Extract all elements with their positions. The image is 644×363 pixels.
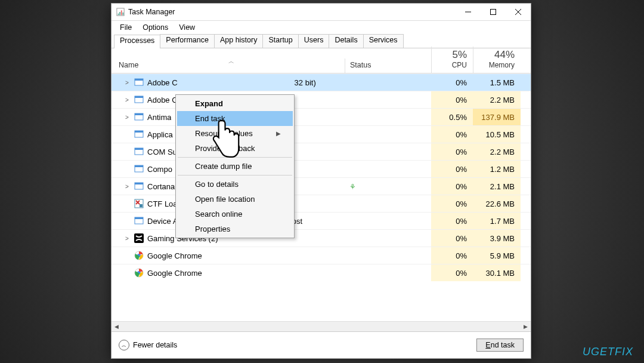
process-row[interactable]: >Cortana⚘0%2.1 MB (112, 177, 531, 195)
process-list[interactable]: >Adobe C32 bit)0%1.5 MB>Adobe C0%2.2 MB>… (112, 73, 531, 321)
expand-icon[interactable]: > (123, 235, 131, 242)
process-row[interactable]: Compo0%1.2 MB (112, 160, 531, 177)
process-cpu: 0% (431, 195, 473, 212)
process-memory: 1.2 MB (473, 161, 521, 177)
process-row[interactable]: >Adobe C32 bit)0%1.5 MB (112, 73, 531, 91)
process-cpu: 0% (431, 126, 473, 143)
process-name: CTF Loa (147, 199, 178, 208)
scroll-right-icon[interactable]: ▶ (521, 322, 531, 332)
process-cpu: 0.5% (431, 109, 473, 125)
process-row[interactable]: Google Chrome0%30.1 MB (112, 264, 531, 281)
process-cpu: 0% (431, 247, 473, 264)
minimize-button[interactable] (456, 4, 481, 20)
horizontal-scrollbar[interactable]: ◀ ▶ (112, 321, 531, 331)
process-row[interactable]: >Gaming Services (2)0%3.9 MB (112, 229, 531, 247)
close-button[interactable] (506, 4, 531, 20)
process-row[interactable]: CTF Loa0%22.6 MB (112, 195, 531, 212)
tab-app-history[interactable]: App history (214, 34, 264, 48)
process-cpu: 0% (431, 143, 473, 160)
expand-icon[interactable]: > (123, 183, 131, 190)
process-row[interactable]: Device Association Framework Provider Ho… (112, 212, 531, 229)
contextmenu-item[interactable]: End task (177, 111, 293, 126)
process-name: Antima (147, 113, 171, 122)
process-row[interactable]: Applica0%10.5 MB (112, 125, 531, 143)
end-task-button[interactable]: End task (476, 339, 524, 352)
process-cpu: 0% (431, 74, 473, 91)
scroll-left-icon[interactable]: ◀ (112, 322, 122, 332)
watermark: UGETFIX (583, 346, 633, 358)
process-icon (134, 78, 144, 87)
column-headers: ︿ Name Status 5% CPU 44% Memory (112, 48, 531, 73)
tab-startup[interactable]: Startup (262, 34, 298, 48)
tab-services[interactable]: Services (363, 34, 404, 48)
tab-performance[interactable]: Performance (160, 34, 215, 48)
contextmenu-item[interactable]: Resource values▶ (177, 126, 293, 141)
process-name: Applica (147, 130, 173, 139)
svg-rect-20 (135, 165, 143, 167)
svg-rect-1 (118, 14, 119, 16)
process-name: Google Chrome (147, 269, 202, 278)
process-icon (134, 95, 144, 104)
task-manager-window: Task Manager File Options View Processes… (111, 3, 531, 359)
process-icon (134, 130, 144, 139)
titlebar[interactable]: Task Manager (112, 4, 531, 21)
contextmenu-item[interactable]: Properties (177, 222, 293, 236)
process-row[interactable]: >Adobe C0%2.2 MB (112, 91, 531, 108)
process-icon (134, 112, 144, 122)
process-memory: 5.9 MB (473, 247, 521, 264)
process-icon (134, 164, 144, 174)
process-cpu: 0% (431, 91, 473, 108)
process-row[interactable]: Google Chrome0%5.9 MB (112, 247, 531, 264)
tab-users[interactable]: Users (298, 34, 330, 48)
process-icon (134, 233, 144, 243)
process-memory: 2.1 MB (473, 178, 521, 195)
process-icon (134, 199, 144, 208)
process-cpu: 0% (431, 264, 473, 281)
process-name: Cortana (147, 182, 175, 191)
column-status[interactable]: Status (345, 59, 431, 73)
column-memory[interactable]: 44% Memory (473, 47, 521, 73)
tab-processes[interactable]: Processes (114, 35, 160, 48)
contextmenu-item[interactable]: Search online (177, 207, 293, 222)
process-name: COM Su (147, 147, 177, 156)
svg-rect-2 (119, 12, 120, 15)
submenu-arrow-icon: ▶ (276, 130, 281, 137)
process-name: Google Chrome (147, 251, 202, 260)
app-icon (116, 8, 125, 16)
menu-file[interactable]: File (115, 22, 137, 33)
process-cpu: 0% (431, 178, 473, 195)
menu-separator (178, 175, 292, 176)
leaf-icon: ⚘ (349, 183, 356, 191)
svg-rect-26 (135, 217, 143, 219)
expand-icon[interactable]: > (123, 79, 131, 86)
process-cpu: 0% (431, 230, 473, 247)
menu-options[interactable]: Options (138, 22, 173, 33)
contextmenu-item[interactable]: Expand (177, 96, 293, 111)
menu-view[interactable]: View (174, 22, 200, 33)
contextmenu-item[interactable]: Provide feedback (177, 141, 293, 156)
svg-rect-18 (135, 148, 143, 150)
maximize-button[interactable] (481, 4, 506, 20)
contextmenu-item[interactable]: Create dump file (177, 159, 293, 174)
tab-details[interactable]: Details (329, 34, 363, 48)
process-memory: 3.9 MB (473, 230, 521, 247)
svg-rect-6 (491, 10, 496, 15)
process-memory: 22.6 MB (473, 195, 521, 212)
expand-icon[interactable]: > (123, 114, 131, 121)
fewer-details-toggle[interactable]: ︿ Fewer details (119, 340, 177, 350)
sort-indicator-icon: ︿ (228, 57, 234, 66)
context-menu: ExpandEnd taskResource values▶Provide fe… (175, 94, 295, 238)
svg-rect-16 (135, 131, 143, 133)
svg-rect-12 (135, 96, 143, 98)
expand-icon[interactable]: > (123, 97, 131, 103)
svg-rect-10 (135, 79, 143, 81)
process-row[interactable]: >Antima0.5%137.9 MB (112, 108, 531, 125)
contextmenu-item[interactable]: Open file location (177, 192, 293, 207)
process-cpu: 0% (431, 213, 473, 229)
process-row[interactable]: COM Su0%2.2 MB (112, 143, 531, 160)
column-name[interactable]: ︿ Name (112, 59, 345, 73)
process-cpu: 0% (431, 161, 473, 177)
contextmenu-item[interactable]: Go to details (177, 177, 293, 192)
column-cpu[interactable]: 5% CPU (431, 47, 473, 73)
window-title: Task Manager (128, 8, 456, 16)
